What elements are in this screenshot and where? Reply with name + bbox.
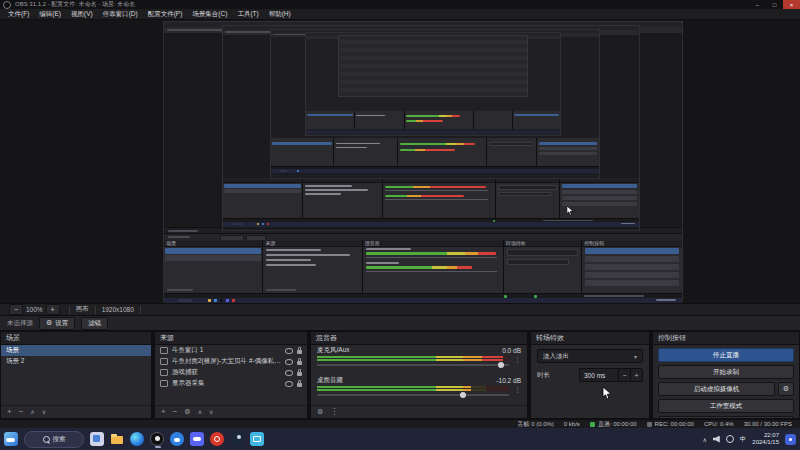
channel-db: -10.2 dB xyxy=(496,377,521,384)
controls-panel: 控制按钮 停止直播 开始录制 启动虚拟摄像机 ⚙ 工作室模式 设置 xyxy=(652,331,800,419)
taskbar-icon-bilibili[interactable] xyxy=(250,432,264,446)
virtual-camera-settings-icon[interactable]: ⚙ xyxy=(778,382,794,396)
scene-item-selected[interactable]: 场景 xyxy=(1,345,151,356)
close-button[interactable]: × xyxy=(783,0,800,9)
zoom-in-button[interactable]: + xyxy=(46,304,60,315)
source-item[interactable]: 游戏捕获 xyxy=(155,367,307,378)
menu-profile[interactable]: 配置文件(P) xyxy=(143,10,188,19)
taskbar-icon-steam[interactable] xyxy=(230,432,244,446)
duration-label: 时长 xyxy=(537,371,550,380)
transition-select[interactable]: 淡入淡出 ▾ xyxy=(537,349,643,363)
visibility-eye-icon[interactable] xyxy=(285,348,293,354)
source-item[interactable]: 斗鱼窗口 1 xyxy=(155,345,307,356)
visibility-eye-icon[interactable] xyxy=(285,370,293,376)
source-up-icon[interactable]: ∧ xyxy=(198,408,202,416)
dock-area: 场景 场景 场景 2 + − ∧ ∨ 来源 斗鱼窗 xyxy=(0,331,800,419)
remove-source-icon[interactable]: − xyxy=(173,408,178,416)
volume-icon[interactable] xyxy=(713,436,720,443)
taskbar-icon-task-view[interactable] xyxy=(90,432,104,446)
mouse-cursor-captured xyxy=(566,205,574,216)
taskbar-search[interactable]: 搜索 xyxy=(24,431,84,448)
menu-help[interactable]: 帮助(H) xyxy=(264,10,296,19)
transition-duration-spinbox[interactable]: 300 ms − + xyxy=(579,368,643,382)
menu-edit[interactable]: 编辑(E) xyxy=(34,10,66,19)
taskbar-clock[interactable]: 22:07 2024/1/15 xyxy=(752,432,779,446)
nested-capture-level-5 xyxy=(338,35,528,97)
title-bar[interactable]: OBS 31.1.2 - 配置文件: 未命名 - 场景: 未命名 − □ × xyxy=(0,0,800,9)
duration-increase-button[interactable]: + xyxy=(630,369,642,381)
source-context-toolbar: 未选择源 ⚙ 设置 滤镜 xyxy=(0,316,800,331)
studio-mode-button[interactable]: 工作室模式 xyxy=(658,399,794,413)
window-title: OBS 31.1.2 - 配置文件: 未命名 - 场景: 未命名 xyxy=(15,0,135,9)
taskbar-icon-discord[interactable] xyxy=(190,432,204,446)
menu-docks[interactable]: 停靠窗口(D) xyxy=(98,10,143,19)
visibility-eye-icon[interactable] xyxy=(285,381,293,387)
taskbar-icon-chat[interactable] xyxy=(170,432,184,446)
audio-mixer-panel: 混音器 麦克风/Aux 0.0 dB ⋮ xyxy=(310,331,528,419)
channel-name: 麦克风/Aux xyxy=(317,346,350,355)
start-recording-button[interactable]: 开始录制 xyxy=(658,365,794,379)
duration-decrease-button[interactable]: − xyxy=(618,369,630,381)
mixer-channel-mic: 麦克风/Aux 0.0 dB ⋮ xyxy=(317,346,521,369)
scenes-panel-title[interactable]: 场景 xyxy=(1,332,151,345)
source-item[interactable]: 斗鱼封面2(横屏)-大宝贝斗 #-偶像私人区 xyxy=(155,356,307,367)
taskbar-icon-edge[interactable] xyxy=(130,432,144,446)
lock-icon[interactable] xyxy=(297,372,302,376)
lock-icon[interactable] xyxy=(297,383,302,387)
transitions-panel-title[interactable]: 转场特效 xyxy=(531,332,649,345)
stop-streaming-button[interactable]: 停止直播 xyxy=(658,348,794,362)
source-properties-icon[interactable]: ⚙ xyxy=(184,408,190,416)
menu-tools[interactable]: 工具(T) xyxy=(232,10,263,19)
settings-button[interactable]: 设置 xyxy=(658,416,794,418)
mixer-settings-icon[interactable]: ⚙ xyxy=(317,408,323,416)
volume-slider[interactable] xyxy=(317,391,509,399)
game-capture-icon xyxy=(160,369,168,376)
network-icon[interactable] xyxy=(726,435,734,443)
record-timer: REC: 00:00:00 xyxy=(647,421,694,427)
nested-docks-level-3 xyxy=(271,138,599,166)
audio-meter xyxy=(317,356,509,358)
channel-more-icon[interactable]: ⋮ xyxy=(514,386,521,394)
source-properties-button[interactable]: ⚙ 设置 xyxy=(39,317,75,330)
source-item[interactable]: 显示器采集 xyxy=(155,378,307,389)
stream-status-dot xyxy=(590,422,595,427)
chevron-down-icon: ▾ xyxy=(634,353,637,360)
scene-item[interactable]: 场景 2 xyxy=(1,356,151,367)
source-filters-button[interactable]: 滤镜 xyxy=(81,317,108,330)
ime-indicator[interactable]: 中 xyxy=(740,435,747,444)
menu-file[interactable]: 文件(F) xyxy=(3,10,34,19)
canvas-label: 画布 xyxy=(76,305,89,314)
source-down-icon[interactable]: ∨ xyxy=(209,408,213,416)
notification-badge[interactable] xyxy=(785,434,796,445)
maximize-button[interactable]: □ xyxy=(766,0,783,9)
sources-panel-title[interactable]: 来源 xyxy=(155,332,307,345)
volume-slider[interactable] xyxy=(317,361,509,369)
preview-zoom-toolbar: − 100% + 画布 1920x1080 xyxy=(0,303,800,316)
canvas-resolution: 1920x1080 xyxy=(102,306,134,313)
taskbar-icon-obs[interactable] xyxy=(150,432,164,446)
tray-chevron-icon[interactable]: ∧ xyxy=(702,436,706,443)
lock-icon[interactable] xyxy=(297,361,302,365)
channel-more-icon[interactable]: ⋮ xyxy=(514,356,521,364)
add-scene-icon[interactable]: + xyxy=(7,408,12,416)
menu-scene-collection[interactable]: 场景集合(C) xyxy=(187,10,232,19)
menu-view[interactable]: 视图(V) xyxy=(66,10,98,19)
remove-scene-icon[interactable]: − xyxy=(19,408,24,416)
window-source-icon xyxy=(160,347,168,354)
zoom-out-button[interactable]: − xyxy=(9,304,23,315)
lock-icon[interactable] xyxy=(297,350,302,354)
preview-canvas[interactable]: 场景 来源 混音器 xyxy=(0,20,800,303)
visibility-eye-icon[interactable] xyxy=(285,359,293,365)
widgets-weather-icon[interactable] xyxy=(4,432,18,446)
virtual-camera-button[interactable]: 启动虚拟摄像机 xyxy=(658,382,775,396)
mixer-more-icon[interactable]: ⋮ xyxy=(330,408,338,416)
scene-down-icon[interactable]: ∨ xyxy=(42,408,46,416)
mixer-panel-title[interactable]: 混音器 xyxy=(311,332,527,345)
scene-up-icon[interactable]: ∧ xyxy=(30,408,34,416)
taskbar-icon-music[interactable] xyxy=(210,432,224,446)
taskbar-icon-file-explorer[interactable] xyxy=(110,432,124,446)
minimize-button[interactable]: − xyxy=(749,0,766,9)
add-source-icon[interactable]: + xyxy=(161,408,166,416)
controls-panel-title[interactable]: 控制按钮 xyxy=(653,332,799,345)
gear-icon: ⚙ xyxy=(46,319,52,327)
